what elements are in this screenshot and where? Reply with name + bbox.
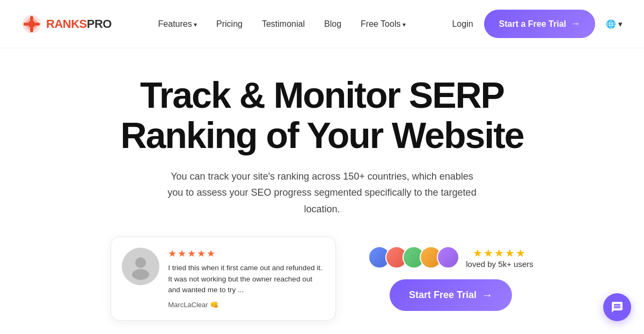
chat-icon [611, 301, 624, 314]
globe-icon: 🌐 [606, 19, 616, 29]
review-card: ★★★★★ I tried this when it first came ou… [111, 236, 336, 321]
nav-blog[interactable]: Blog [324, 19, 341, 28]
svg-rect-6 [35, 23, 40, 26]
chat-bubble[interactable] [603, 293, 631, 321]
review-stars: ★★★★★ [168, 248, 325, 259]
svg-rect-3 [30, 16, 33, 21]
nav-testimonial[interactable]: Testimonial [262, 19, 305, 28]
language-selector[interactable]: 🌐 ▾ [606, 19, 623, 29]
cta-group: ★★★★★ loved by 5k+ users Start Free Tria… [368, 246, 533, 311]
loved-stars: ★★★★★ [466, 247, 533, 259]
loved-info: ★★★★★ loved by 5k+ users [466, 247, 533, 269]
svg-point-7 [135, 257, 146, 268]
hero-subtitle: You can track your site's ranking across… [166, 168, 478, 218]
hero-cta-button[interactable]: Start Free Trial → [390, 279, 512, 311]
svg-point-8 [132, 269, 149, 280]
nav-cta-button[interactable]: Start a Free Trial → [484, 10, 595, 38]
svg-point-2 [28, 20, 35, 27]
loved-row: ★★★★★ loved by 5k+ users [368, 246, 533, 269]
avatar [122, 248, 159, 285]
hero-section: Track & Monitor SERP Ranking of Your Web… [0, 48, 644, 321]
loved-text: loved by 5k+ users [466, 259, 533, 269]
avatars-row [368, 246, 459, 269]
navbar: RANKSPRO Features Pricing Testimonial Bl… [0, 0, 644, 48]
login-link[interactable]: Login [452, 19, 473, 29]
svg-rect-4 [30, 27, 33, 32]
chevron-down-icon: ▾ [618, 19, 623, 29]
nav-cta-arrow: → [570, 18, 580, 29]
svg-rect-5 [24, 23, 29, 26]
nav-links: Features Pricing Testimonial Blog Free T… [158, 19, 406, 29]
logo-icon [21, 14, 42, 34]
review-content: ★★★★★ I tried this when it first came ou… [168, 248, 325, 309]
user-avatar-5 [437, 246, 459, 269]
hero-cta-arrow: → [482, 289, 493, 301]
nav-free-tools[interactable]: Free Tools [361, 19, 406, 28]
review-text: I tried this when it first came out and … [168, 263, 325, 295]
nav-features[interactable]: Features [158, 19, 197, 28]
hero-title: Track & Monitor SERP Ranking of Your Web… [102, 75, 542, 155]
social-proof-row: ★★★★★ I tried this when it first came ou… [21, 236, 623, 321]
logo-text: RANKSPRO [46, 17, 112, 31]
nav-pricing[interactable]: Pricing [216, 19, 243, 28]
review-author: MarcLaClear 👊 [168, 301, 218, 309]
logo[interactable]: RANKSPRO [21, 14, 112, 34]
avatar-icon [127, 253, 154, 280]
nav-right: Login Start a Free Trial → 🌐 ▾ [452, 10, 623, 38]
